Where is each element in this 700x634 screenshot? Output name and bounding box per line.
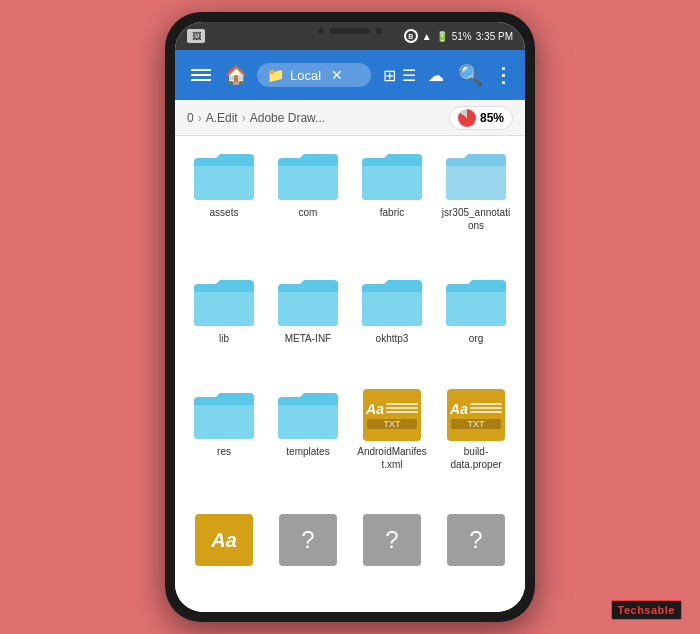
breadcrumb: 0 › A.Edit › Adobe Draw... 85% [175, 100, 525, 136]
phone-frame: 🖼 B ▲ 🔋 51% 3:35 PM 🏠 📁 Local [165, 12, 535, 622]
phone-dot-right [376, 28, 382, 34]
view-options: ⊞ ☰ [381, 64, 418, 87]
status-right: B ▲ 🔋 51% 3:35 PM [404, 29, 513, 43]
file-label: fabric [380, 206, 404, 219]
storage-percent: 85% [480, 111, 504, 125]
txt-file-icon: Aa TXT [447, 389, 505, 441]
toolbar: 🏠 📁 Local ✕ ⊞ ☰ ☁ 🔍 ⋮ [175, 50, 525, 100]
unknown-file-icon: ? [363, 514, 421, 566]
txt-lines [386, 403, 418, 413]
file-label: AndroidManifest.xml [357, 445, 427, 471]
file-label: res [217, 445, 231, 458]
list-item[interactable]: templates [267, 383, 349, 505]
folder-icon [276, 389, 340, 441]
txt-lines [470, 403, 502, 413]
status-left: 🖼 [187, 29, 205, 43]
search-icon[interactable]: 🔍 [458, 63, 483, 87]
status-bar: 🖼 B ▲ 🔋 51% 3:35 PM [175, 22, 525, 50]
local-tab[interactable]: 📁 Local ✕ [257, 63, 371, 87]
list-item[interactable]: ? [351, 508, 433, 604]
menu-icon[interactable] [187, 65, 215, 85]
folder-icon [192, 389, 256, 441]
breadcrumb-root[interactable]: 0 [187, 111, 194, 125]
unknown-file-icon: ? [447, 514, 505, 566]
battery-percent: 51% [452, 31, 472, 42]
list-view-icon[interactable]: ☰ [400, 64, 418, 87]
file-label: META-INF [285, 332, 331, 345]
phone-dot-left [318, 28, 324, 34]
txt-type-label: TXT [367, 419, 417, 429]
folder-icon [444, 276, 508, 328]
folder-icon [444, 150, 508, 202]
file-label: build-data.proper [441, 445, 511, 471]
file-label: org [469, 332, 483, 345]
breadcrumb-sep-1: › [198, 111, 202, 125]
folder-icon [360, 150, 424, 202]
aa-label: Aa [366, 401, 384, 417]
list-item[interactable]: okhttp3 [351, 270, 433, 379]
aa-label: Aa [450, 401, 468, 417]
txt-type-label: TXT [451, 419, 501, 429]
folder-icon [192, 150, 256, 202]
unknown-file-icon: ? [279, 514, 337, 566]
list-item[interactable]: Aa [183, 508, 265, 604]
phone-speaker [330, 28, 370, 34]
watermark: Techsable [611, 600, 683, 620]
more-icon[interactable]: ⋮ [493, 63, 513, 87]
folder-icon [360, 276, 424, 328]
signal-bars: ▲ [422, 31, 432, 42]
list-item[interactable]: Aa TXT build-data.proper [435, 383, 517, 505]
txt-file-icon: Aa TXT [363, 389, 421, 441]
list-item[interactable]: jsr305_annotations [435, 144, 517, 266]
file-label: com [299, 206, 318, 219]
image-icon: 🖼 [187, 29, 205, 43]
file-label: templates [286, 445, 329, 458]
battery-icon: 🔋 [436, 31, 448, 42]
time-display: 3:35 PM [476, 31, 513, 42]
file-grid: assets com [175, 136, 525, 612]
list-item[interactable]: assets [183, 144, 265, 266]
tab-close-icon[interactable]: ✕ [331, 67, 343, 83]
tab-folder-icon: 📁 [267, 67, 284, 83]
aa-file-icon: Aa [195, 514, 253, 566]
file-label: jsr305_annotations [441, 206, 511, 232]
grid-view-icon[interactable]: ⊞ [381, 64, 398, 87]
list-item[interactable]: META-INF [267, 270, 349, 379]
b-icon: B [404, 29, 418, 43]
breadcrumb-sep-2: › [242, 111, 246, 125]
list-item[interactable]: ? [435, 508, 517, 604]
list-item[interactable]: res [183, 383, 265, 505]
folder-icon [276, 276, 340, 328]
file-label: okhttp3 [376, 332, 409, 345]
list-item[interactable]: org [435, 270, 517, 379]
breadcrumb-adobe[interactable]: Adobe Draw... [250, 111, 325, 125]
file-label: lib [219, 332, 229, 345]
list-item[interactable]: com [267, 144, 349, 266]
list-item[interactable]: ? [267, 508, 349, 604]
file-label: assets [210, 206, 239, 219]
phone-speaker-area [318, 28, 382, 34]
list-item[interactable]: fabric [351, 144, 433, 266]
cloud-icon[interactable]: ☁ [428, 66, 444, 85]
storage-pie-chart [458, 109, 476, 127]
folder-icon [276, 150, 340, 202]
folder-icon [192, 276, 256, 328]
tab-label: Local [290, 68, 321, 83]
phone-screen: 🖼 B ▲ 🔋 51% 3:35 PM 🏠 📁 Local [175, 22, 525, 612]
breadcrumb-aedit[interactable]: A.Edit [206, 111, 238, 125]
list-item[interactable]: Aa TXT AndroidManifest.xml [351, 383, 433, 505]
storage-badge: 85% [449, 106, 513, 130]
home-icon[interactable]: 🏠 [225, 64, 247, 86]
list-item[interactable]: lib [183, 270, 265, 379]
